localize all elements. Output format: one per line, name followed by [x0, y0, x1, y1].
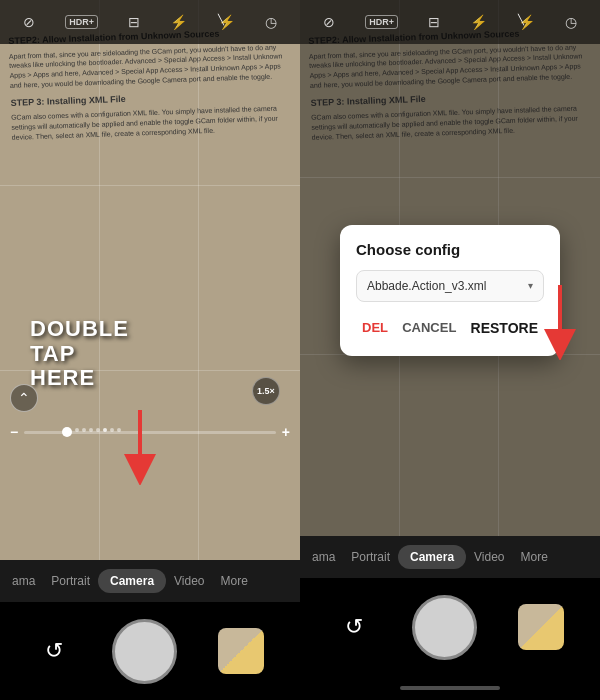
cancel-button[interactable]: CANCEL [396, 316, 462, 339]
restore-button[interactable]: RESTORE [465, 316, 544, 340]
step2-body: Apart from that, since you are sideloadi… [9, 42, 290, 91]
tab-portrait[interactable]: Portrait [43, 570, 98, 592]
gallery-thumbnail[interactable] [218, 628, 264, 674]
r-home-indicator [300, 676, 600, 700]
r-hdr-plus-icon[interactable]: HDR+ [365, 15, 398, 29]
config-select[interactable]: Abbade.Action_v3.xml ▾ [356, 270, 544, 302]
rotate-camera-button[interactable]: ↺ [36, 633, 72, 669]
right-bottom-bar: ↺ [300, 578, 600, 676]
zoom-minus-icon[interactable]: − [10, 424, 18, 440]
slider-dots [75, 428, 121, 432]
config-value: Abbade.Action_v3.xml [367, 279, 486, 293]
dropdown-arrow-icon: ▾ [528, 280, 533, 291]
slider-track[interactable] [24, 431, 276, 434]
r-tab-pano[interactable]: ama [304, 546, 343, 568]
tab-camera[interactable]: Camera [98, 569, 166, 593]
r-flash-off-icon[interactable]: ⚡╲ [518, 14, 535, 30]
r-rotate-camera-button[interactable]: ↺ [336, 609, 372, 645]
left-panel: STEP2: Allow Installation from Unknown S… [0, 0, 300, 700]
flash-off-icon[interactable]: ⚡╲ [218, 14, 235, 30]
back-arrow-button[interactable]: ⌃ [10, 384, 38, 412]
rotate-icon: ↺ [45, 638, 63, 664]
r-temp-icon[interactable]: ◷ [565, 14, 577, 30]
shutter-button[interactable] [112, 619, 177, 684]
dialog-overlay: Choose config Abbade.Action_v3.xml ▾ DEL… [300, 44, 600, 536]
no-image-icon[interactable]: ⊟ [128, 14, 140, 30]
r-tab-video[interactable]: Video [466, 546, 512, 568]
r-tab-more[interactable]: More [513, 546, 556, 568]
left-top-toolbar: ⊘ HDR+ ⊟ ⚡ ⚡╲ ◷ [0, 0, 300, 44]
timer-icon[interactable]: ◷ [265, 14, 277, 30]
r-gallery-thumbnail[interactable] [518, 604, 564, 650]
double-tap-text: DOUBLE TAP HERE [30, 317, 129, 390]
del-button[interactable]: DEL [356, 316, 394, 339]
hdr-plus-icon[interactable]: HDR+ [65, 15, 98, 29]
r-timer-off-icon[interactable]: ⊘ [323, 14, 335, 30]
timer-off-icon[interactable]: ⊘ [23, 14, 35, 30]
zoom-plus-icon[interactable]: + [282, 424, 290, 440]
flash-adjust-icon[interactable]: ⚡ [170, 14, 187, 30]
r-home-bar [400, 686, 500, 690]
chevron-up-icon: ⌃ [18, 390, 30, 406]
r-rotate-icon: ↺ [345, 614, 363, 640]
zoom-button[interactable]: 1.5× [252, 377, 280, 405]
r-shutter-button[interactable] [412, 595, 477, 660]
r-tab-portrait[interactable]: Portrait [343, 546, 398, 568]
slider-thumb[interactable] [62, 427, 72, 437]
zoom-slider[interactable]: − + [0, 424, 300, 440]
left-mode-tabs: ama Portrait Camera Video More [0, 560, 300, 602]
dialog-title: Choose config [356, 241, 544, 258]
right-top-toolbar: ⊘ HDR+ ⊟ ⚡ ⚡╲ ◷ [300, 0, 600, 44]
right-mode-tabs: ama Portrait Camera Video More [300, 536, 600, 578]
dialog-actions: DEL CANCEL RESTORE [356, 316, 544, 340]
right-panel: STEP2: Allow Installation from Unknown S… [300, 0, 600, 700]
r-flash-icon[interactable]: ⚡ [470, 14, 487, 30]
left-viewfinder: STEP2: Allow Installation from Unknown S… [0, 0, 300, 560]
choose-config-dialog: Choose config Abbade.Action_v3.xml ▾ DEL… [340, 225, 560, 356]
tab-more[interactable]: More [213, 570, 256, 592]
tab-pano[interactable]: ama [4, 570, 43, 592]
r-no-image-icon[interactable]: ⊟ [428, 14, 440, 30]
tab-video[interactable]: Video [166, 570, 212, 592]
r-tab-camera[interactable]: Camera [398, 545, 466, 569]
left-bottom-bar: ↺ [0, 602, 300, 700]
